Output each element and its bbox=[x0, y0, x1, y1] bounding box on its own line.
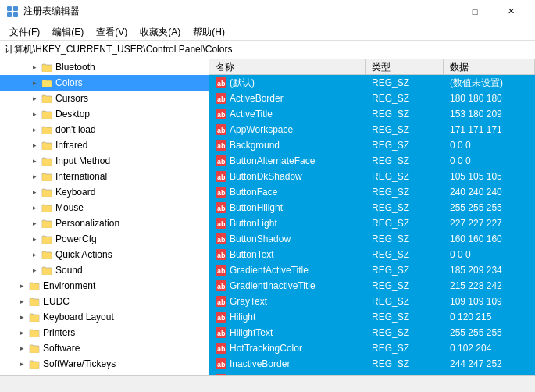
tree-item-quick-actions[interactable]: ▸ Quick Actions bbox=[0, 247, 209, 262]
tree-item-eudc[interactable]: ▸ EUDC bbox=[0, 294, 209, 309]
registry-row[interactable]: ab ButtonAlternateFaceREG_SZ0 0 0 bbox=[209, 153, 535, 169]
registry-row[interactable]: ab HilightREG_SZ0 120 215 bbox=[209, 309, 535, 325]
tree-item-software/tickeys[interactable]: ▸ SoftWare/Tickeys bbox=[0, 356, 209, 372]
main-content: ▸ Bluetooth▸ Colors▸ Cursors▸ Desktop▸ d… bbox=[0, 59, 535, 375]
tree-item-don't-load[interactable]: ▸ don't load bbox=[0, 122, 209, 137]
reg-cell-name: ab ButtonText bbox=[209, 247, 366, 262]
menu-item-收藏夹(A)[interactable]: 收藏夹(A) bbox=[134, 23, 187, 41]
tree-item-international[interactable]: ▸ International bbox=[0, 169, 209, 184]
registry-row[interactable]: ab GradientActiveTitleREG_SZ185 209 234 bbox=[209, 262, 535, 278]
expand-icon[interactable]: ▸ bbox=[28, 201, 41, 214]
registry-row[interactable]: ab HotTrackingColorREG_SZ0 102 204 bbox=[209, 340, 535, 356]
folder-icon bbox=[41, 124, 53, 135]
menu-item-文件(F)[interactable]: 文件(F) bbox=[3, 23, 46, 41]
tree-item-colors[interactable]: ▸ Colors bbox=[0, 75, 209, 91]
tree-item-keyboard[interactable]: ▸ Keyboard bbox=[0, 184, 209, 200]
tree-item-label: Quick Actions bbox=[55, 249, 112, 260]
maximize-button[interactable]: □ bbox=[457, 0, 493, 23]
registry-row[interactable]: ab ActiveBorderREG_SZ180 180 180 bbox=[209, 91, 535, 106]
expand-icon[interactable]: ▸ bbox=[28, 123, 41, 136]
minimize-button[interactable]: ─ bbox=[421, 0, 457, 23]
registry-row[interactable]: ab ButtonShadowREG_SZ160 160 160 bbox=[209, 231, 535, 247]
reg-cell-data: 215 228 242 bbox=[444, 278, 535, 294]
expand-icon[interactable]: ▸ bbox=[28, 186, 41, 198]
registry-row[interactable]: ab (默认)REG_SZ(数值未设置) bbox=[209, 75, 535, 91]
registry-row[interactable]: ab GrayTextREG_SZ109 109 109 bbox=[209, 294, 535, 309]
reg-cell-type: REG_SZ bbox=[366, 294, 444, 309]
expand-icon[interactable]: ▸ bbox=[28, 155, 41, 167]
tree-item-bluetooth[interactable]: ▸ Bluetooth bbox=[0, 59, 209, 75]
col-header-name[interactable]: 名称 bbox=[209, 59, 366, 75]
registry-row[interactable]: ab AppWorkspaceREG_SZ171 171 171 bbox=[209, 122, 535, 137]
expand-icon[interactable]: ▸ bbox=[16, 342, 28, 355]
registry-row[interactable]: ab HilightTextREG_SZ255 255 255 bbox=[209, 325, 535, 340]
expand-icon[interactable]: ▸ bbox=[28, 170, 41, 183]
close-button[interactable]: ✕ bbox=[493, 0, 529, 23]
svg-rect-14 bbox=[42, 222, 52, 228]
reg-cell-data: 0 0 0 bbox=[444, 153, 535, 169]
reg-cell-name: ab Hilight bbox=[209, 309, 366, 325]
reg-cell-name: ab (默认) bbox=[209, 75, 366, 91]
expand-icon[interactable]: ▸ bbox=[28, 233, 41, 245]
expand-icon[interactable]: ▸ bbox=[28, 248, 41, 261]
registry-row[interactable]: ab ActiveTitleREG_SZ153 180 209 bbox=[209, 106, 535, 122]
expand-icon[interactable]: ▸ bbox=[28, 139, 41, 151]
tree-item-label: EUDC bbox=[43, 296, 70, 307]
folder-icon bbox=[41, 171, 53, 182]
col-header-type[interactable]: 类型 bbox=[366, 59, 444, 75]
registry-row[interactable]: ab ButtonLightREG_SZ227 227 227 bbox=[209, 216, 535, 231]
title-bar: 注册表编辑器 ─ □ ✕ bbox=[0, 0, 535, 23]
tree-item-printers[interactable]: ▸ Printers bbox=[0, 325, 209, 340]
tree-item-sound[interactable]: ▸ Sound bbox=[0, 262, 209, 278]
tree-item-input-method[interactable]: ▸ Input Method bbox=[0, 153, 209, 169]
reg-cell-data: 109 109 109 bbox=[444, 294, 535, 309]
folder-icon bbox=[41, 218, 53, 229]
reg-cell-type: REG_SZ bbox=[366, 106, 444, 122]
tree-item-environment[interactable]: ▸ Environment bbox=[0, 278, 209, 294]
registry-row[interactable]: ab ButtonTextREG_SZ0 0 0 bbox=[209, 247, 535, 262]
reg-cell-type: REG_SZ bbox=[366, 340, 444, 356]
tree-item-label: Desktop bbox=[55, 109, 90, 119]
registry-row[interactable]: ab InactiveBorderREG_SZ244 247 252 bbox=[209, 356, 535, 372]
col-header-data[interactable]: 数据 bbox=[444, 59, 535, 75]
expand-icon[interactable]: ▸ bbox=[28, 108, 41, 120]
menu-item-编辑(E)[interactable]: 编辑(E) bbox=[46, 23, 90, 41]
registry-row[interactable]: ab BackgroundREG_SZ0 0 0 bbox=[209, 137, 535, 153]
tree-item-software[interactable]: ▸ Software bbox=[0, 340, 209, 356]
menu-item-帮助(H)[interactable]: 帮助(H) bbox=[187, 23, 231, 41]
expand-icon[interactable]: ▸ bbox=[28, 217, 41, 230]
registry-row[interactable]: ab ButtonHilightREG_SZ255 255 255 bbox=[209, 200, 535, 216]
svg-rect-8 bbox=[42, 128, 52, 134]
svg-rect-3 bbox=[13, 12, 18, 17]
tree-item-personalization[interactable]: ▸ Personalization bbox=[0, 216, 209, 231]
svg-rect-5 bbox=[42, 81, 52, 87]
tree-item-infrared[interactable]: ▸ Infrared bbox=[0, 137, 209, 153]
tree-item-label: Keyboard Layout bbox=[43, 312, 114, 323]
tree-item-desktop[interactable]: ▸ Desktop bbox=[0, 106, 209, 122]
folder-icon bbox=[41, 233, 53, 244]
tree-item-mouse[interactable]: ▸ Mouse bbox=[0, 200, 209, 216]
registry-body: ab (默认)REG_SZ(数值未设置) ab ActiveBorderREG_… bbox=[209, 75, 535, 375]
tree-item-powercfg[interactable]: ▸ PowerCfg bbox=[0, 231, 209, 247]
tree-item-label: SoftWare/Tickeys bbox=[43, 358, 116, 369]
expand-icon[interactable]: ▸ bbox=[28, 61, 41, 73]
expand-icon[interactable]: ▸ bbox=[16, 280, 28, 292]
registry-row[interactable]: ab ButtonDkShadowREG_SZ105 105 105 bbox=[209, 169, 535, 184]
menu-item-查看(V)[interactable]: 查看(V) bbox=[90, 23, 134, 41]
tree-item-keyboard-layout[interactable]: ▸ Keyboard Layout bbox=[0, 309, 209, 325]
svg-rect-18 bbox=[30, 284, 39, 290]
reg-cell-name: ab ButtonShadow bbox=[209, 231, 366, 247]
registry-row[interactable]: ab ButtonFaceREG_SZ240 240 240 bbox=[209, 184, 535, 200]
reg-cell-data: 0 0 0 bbox=[444, 247, 535, 262]
tree-item-cursors[interactable]: ▸ Cursors bbox=[0, 91, 209, 106]
reg-cell-type: REG_SZ bbox=[366, 122, 444, 137]
expand-icon[interactable]: ▸ bbox=[16, 326, 28, 339]
expand-icon[interactable]: ▸ bbox=[28, 77, 41, 89]
expand-icon[interactable]: ▸ bbox=[28, 92, 41, 105]
folder-icon bbox=[28, 312, 41, 323]
registry-row[interactable]: ab GradientInactiveTitleREG_SZ215 228 24… bbox=[209, 278, 535, 294]
expand-icon[interactable]: ▸ bbox=[16, 358, 28, 370]
expand-icon[interactable]: ▸ bbox=[16, 295, 28, 308]
expand-icon[interactable]: ▸ bbox=[16, 311, 28, 323]
expand-icon[interactable]: ▸ bbox=[28, 264, 41, 276]
